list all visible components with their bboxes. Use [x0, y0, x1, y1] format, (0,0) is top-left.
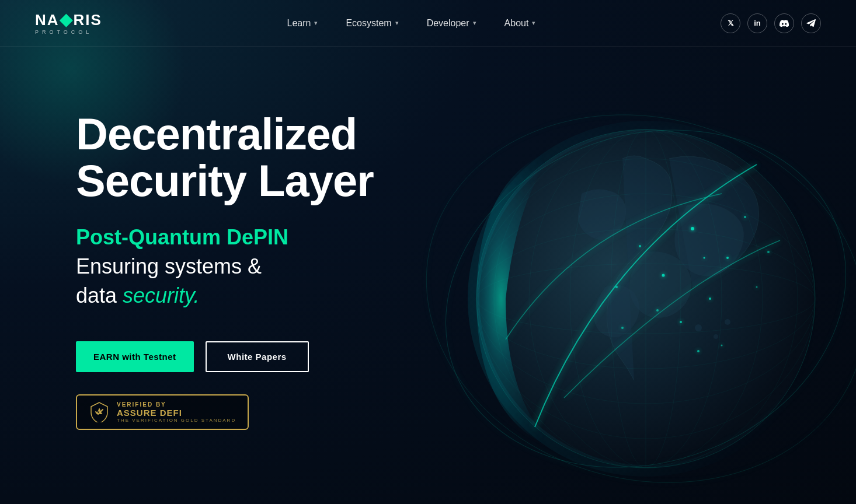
hero-subtitle-white1: Ensuring systems &	[76, 254, 262, 278]
x-twitter-icon[interactable]: 𝕏	[721, 13, 740, 33]
svg-point-15	[691, 227, 694, 230]
assure-name-label: ASSURE DEFI	[117, 408, 236, 418]
hero-title: Decentralized Security Layer	[76, 111, 374, 204]
nav-ecosystem-label: Ecosystem	[346, 18, 391, 29]
hero-subtitle-green: Post-Quantum DePIN	[76, 225, 288, 249]
nav-social-links: 𝕏 in	[721, 13, 821, 33]
svg-point-23	[704, 257, 705, 259]
svg-point-16	[726, 257, 729, 259]
svg-point-28	[697, 350, 700, 352]
svg-point-26	[756, 286, 758, 288]
nav-ecosystem-chevron: ▾	[395, 19, 399, 27]
hero-content: Decentralized Security Layer Post-Quantu…	[76, 93, 374, 430]
svg-point-29	[721, 345, 723, 346]
svg-point-25	[767, 251, 770, 253]
hero-buttons: EARN with Testnet White Papers	[76, 341, 374, 372]
svg-point-20	[744, 216, 746, 218]
svg-point-18	[639, 245, 641, 247]
nav-learn-chevron: ▾	[314, 19, 318, 27]
svg-point-4	[714, 334, 718, 339]
logo-part2: RIS	[74, 12, 102, 27]
svg-point-17	[662, 274, 665, 277]
nav-ecosystem[interactable]: Ecosystem ▾	[346, 18, 398, 29]
nav-learn-label: Learn	[287, 18, 311, 29]
nav-center: Learn ▾ Ecosystem ▾ Developer ▾ About ▾	[287, 18, 535, 29]
discord-icon[interactable]	[774, 13, 794, 33]
assure-verified-label: VERIFIED BY	[117, 401, 236, 408]
logo-diamond: ◆	[60, 12, 74, 28]
navbar: NA◆RIS PROTOCOL Learn ▾ Ecosystem ▾ Deve…	[0, 0, 856, 47]
svg-point-21	[615, 286, 618, 288]
hero-subtitle-white2: data	[76, 284, 123, 307]
logo[interactable]: NA◆RIS PROTOCOL	[35, 12, 102, 35]
logo-subtitle: PROTOCOL	[35, 29, 92, 35]
hero-subtitle-green2: security.	[123, 284, 199, 307]
svg-point-22	[680, 321, 682, 323]
assure-text: VERIFIED BY ASSURE DEFI THE VERIFICATION…	[117, 401, 236, 423]
nav-about-label: About	[504, 18, 529, 29]
assure-tagline-label: THE VERIFICATION GOLD STANDARD	[117, 418, 236, 423]
hero-title-line2: Security Layer	[76, 156, 374, 205]
nav-developer[interactable]: Developer ▾	[427, 18, 476, 29]
telegram-icon[interactable]	[801, 13, 821, 33]
logo-wordmark: NA◆RIS	[35, 12, 102, 28]
svg-point-27	[621, 327, 624, 329]
white-papers-button[interactable]: White Papers	[206, 341, 309, 372]
hero-section: Decentralized Security Layer Post-Quantu…	[0, 47, 856, 504]
nav-about-chevron: ▾	[532, 19, 535, 27]
svg-point-24	[656, 309, 659, 312]
earn-testnet-button[interactable]: EARN with Testnet	[76, 341, 194, 372]
nav-about[interactable]: About ▾	[504, 18, 536, 29]
svg-text:𝚲: 𝚲	[96, 407, 103, 416]
svg-point-5	[725, 319, 730, 325]
svg-point-19	[709, 298, 711, 300]
svg-point-3	[695, 324, 702, 331]
logo-part1: NA	[35, 12, 60, 27]
nav-developer-label: Developer	[427, 18, 469, 29]
assure-defi-badge[interactable]: 𝚲 VERIFIED BY ASSURE DEFI THE VERIFICATI…	[76, 394, 249, 430]
linkedin-icon[interactable]: in	[747, 13, 767, 33]
globe-visualization	[401, 47, 856, 504]
hero-subtitle: Post-Quantum DePIN Ensuring systems & da…	[76, 223, 374, 311]
hero-title-line1: Decentralized	[76, 109, 357, 159]
nav-learn[interactable]: Learn ▾	[287, 18, 318, 29]
assure-logo-icon: 𝚲	[89, 401, 110, 422]
nav-developer-chevron: ▾	[473, 19, 476, 27]
